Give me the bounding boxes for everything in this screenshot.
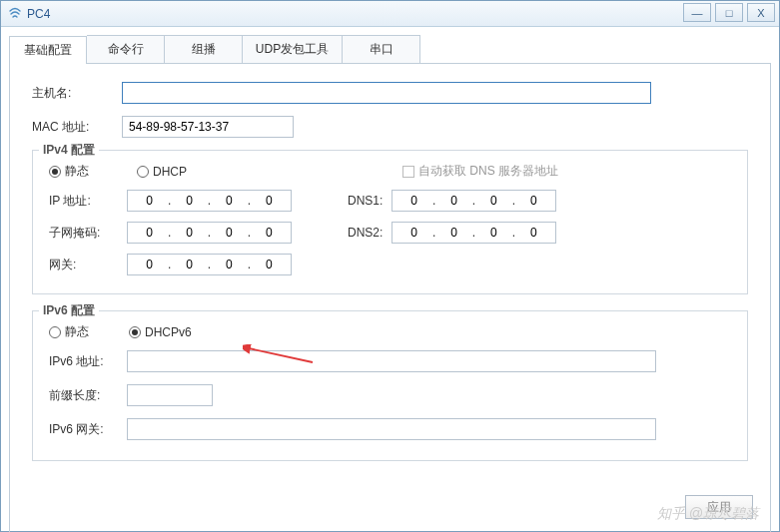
tabs: 基础配置 命令行 组播 UDP发包工具 串口 bbox=[9, 35, 771, 63]
tab-multicast[interactable]: 组播 bbox=[165, 35, 243, 63]
minimize-button[interactable]: — bbox=[683, 3, 711, 22]
apply-button[interactable]: 应用 bbox=[685, 495, 753, 519]
panel-basic: 主机名: MAC 地址: IPv4 配置 静态 DHCP 自动获取 DNS 服务… bbox=[9, 63, 771, 532]
ipv6-radio-static[interactable]: 静态 bbox=[49, 323, 89, 340]
ipv6-gw-input[interactable] bbox=[127, 418, 656, 440]
label-mask: 子网掩码: bbox=[49, 225, 127, 242]
close-button[interactable]: X bbox=[747, 3, 775, 22]
host-input[interactable] bbox=[122, 82, 651, 104]
ipv4-legend: IPv4 配置 bbox=[39, 142, 99, 159]
ipv4-radio-dhcp[interactable]: DHCP bbox=[137, 165, 187, 179]
label-ip: IP 地址: bbox=[49, 193, 127, 210]
mac-input[interactable] bbox=[122, 116, 294, 138]
tab-cli[interactable]: 命令行 bbox=[87, 35, 165, 63]
dns1-input[interactable]: ... bbox=[391, 190, 556, 212]
window-title: PC4 bbox=[27, 7, 50, 21]
tab-basic[interactable]: 基础配置 bbox=[9, 36, 87, 64]
label-dns2: DNS2: bbox=[348, 226, 391, 240]
gw-input[interactable]: ... bbox=[127, 254, 292, 275]
ipv4-fieldset: IPv4 配置 静态 DHCP 自动获取 DNS 服务器地址 IP 地址: ..… bbox=[32, 150, 748, 294]
label-prefix: 前缀长度: bbox=[49, 387, 127, 404]
autodns-checkbox[interactable]: 自动获取 DNS 服务器地址 bbox=[402, 163, 558, 180]
window: PC4 — □ X 基础配置 命令行 组播 UDP发包工具 串口 主机名: MA… bbox=[0, 0, 780, 532]
titlebar: PC4 — □ X bbox=[1, 1, 779, 27]
label-host: 主机名: bbox=[32, 85, 122, 102]
tab-udp[interactable]: UDP发包工具 bbox=[243, 35, 343, 63]
dns2-input[interactable]: ... bbox=[391, 222, 556, 244]
ipv6-radio-dhcpv6[interactable]: DHCPv6 bbox=[129, 325, 192, 339]
mask-input[interactable]: ... bbox=[127, 222, 292, 244]
label-ipv6-addr: IPv6 地址: bbox=[49, 353, 127, 370]
maximize-button[interactable]: □ bbox=[715, 3, 743, 22]
label-dns1: DNS1: bbox=[348, 194, 391, 208]
prefix-input[interactable] bbox=[127, 384, 213, 406]
label-gw: 网关: bbox=[49, 257, 127, 273]
ip-input[interactable]: ... bbox=[127, 190, 292, 212]
ipv6-addr-input[interactable] bbox=[127, 350, 656, 372]
tab-serial[interactable]: 串口 bbox=[343, 35, 420, 63]
app-icon bbox=[7, 6, 23, 22]
ipv6-legend: IPv6 配置 bbox=[39, 302, 99, 319]
ipv4-radio-static[interactable]: 静态 bbox=[49, 163, 89, 180]
label-mac: MAC 地址: bbox=[32, 119, 122, 136]
label-ipv6-gw: IPv6 网关: bbox=[49, 421, 127, 438]
ipv6-fieldset: IPv6 配置 静态 DHCPv6 IPv6 地址: 前缀长度: IPv6 网关… bbox=[32, 310, 748, 461]
